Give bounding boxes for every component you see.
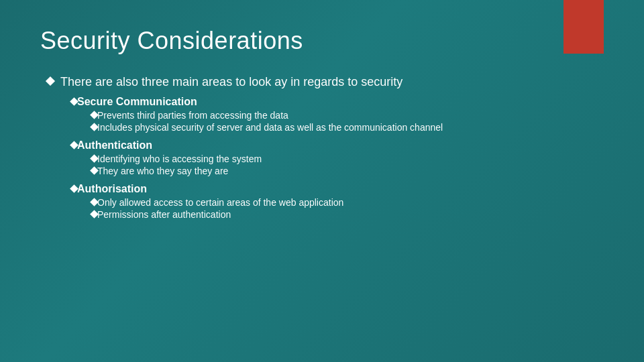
item-text: Prevents third parties from accessing th… bbox=[97, 110, 288, 121]
intro-item: There are also three main areas to look … bbox=[47, 75, 604, 89]
page-title: Security Considerations bbox=[40, 27, 604, 55]
authorisation-items: Only allowed access to certain areas of … bbox=[71, 197, 604, 220]
list-item: Permissions after authentication bbox=[91, 209, 604, 220]
intro-bullet-icon bbox=[46, 76, 55, 86]
slide: Security Considerations There are also t… bbox=[0, 0, 644, 362]
item-text: Only allowed access to certain areas of … bbox=[97, 197, 343, 208]
list-item: They are who they say they are bbox=[91, 166, 604, 176]
secure-communication-label: Secure Communication bbox=[77, 96, 197, 108]
item-text: Permissions after authentication bbox=[97, 209, 231, 220]
top-accent-decoration bbox=[564, 0, 604, 54]
item-text: They are who they say they are bbox=[97, 166, 228, 176]
list-item: Only allowed access to certain areas of … bbox=[91, 197, 604, 208]
list-item: Prevents third parties from accessing th… bbox=[91, 110, 604, 121]
authentication-section: Authentication Identifying who is access… bbox=[47, 139, 604, 176]
secure-communication-section: Secure Communication Prevents third part… bbox=[47, 96, 604, 133]
list-item: Identifying who is accessing the system bbox=[91, 154, 604, 164]
authorisation-header: Authorisation bbox=[71, 183, 604, 195]
item-text: Includes physical security of server and… bbox=[97, 122, 443, 133]
authentication-header: Authentication bbox=[71, 139, 604, 152]
item-text: Identifying who is accessing the system bbox=[97, 154, 262, 164]
authentication-label: Authentication bbox=[77, 139, 152, 152]
secure-communication-header: Secure Communication bbox=[71, 96, 604, 108]
list-item: Includes physical security of server and… bbox=[91, 122, 604, 133]
intro-text: There are also three main areas to look … bbox=[60, 75, 402, 89]
content-area: There are also three main areas to look … bbox=[40, 75, 604, 220]
secure-communication-items: Prevents third parties from accessing th… bbox=[71, 110, 604, 133]
authentication-items: Identifying who is accessing the system … bbox=[71, 154, 604, 176]
authorisation-label: Authorisation bbox=[77, 183, 147, 195]
authorisation-section: Authorisation Only allowed access to cer… bbox=[47, 183, 604, 220]
